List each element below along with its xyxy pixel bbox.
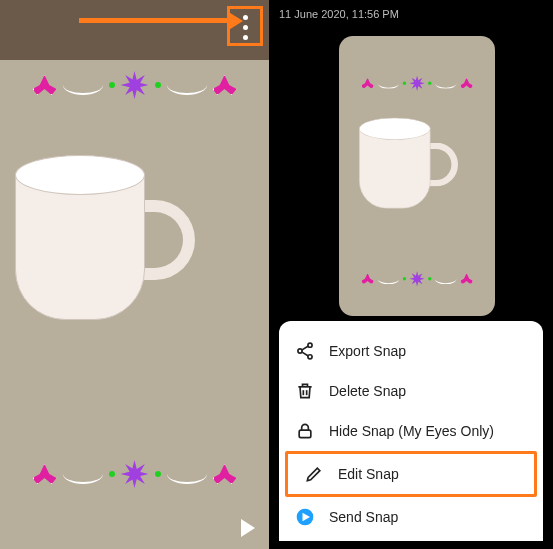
- trash-icon: [295, 381, 315, 401]
- swirl-icon: [63, 464, 103, 484]
- svg-rect-7: [299, 430, 311, 438]
- flower-icon: [121, 460, 149, 488]
- lotus-icon: [213, 75, 237, 95]
- lock-icon: [295, 421, 315, 441]
- menu-item-edit[interactable]: Edit Snap: [285, 451, 537, 497]
- lotus-icon: [33, 464, 57, 484]
- flower-icon: [121, 71, 149, 99]
- menu-item-label: Export Snap: [329, 343, 406, 359]
- menu-item-export[interactable]: Export Snap: [279, 331, 543, 371]
- menu-item-label: Edit Snap: [338, 466, 399, 482]
- decorative-border-bottom: [0, 439, 269, 509]
- snap-preview-screen: [0, 0, 269, 549]
- dot-icon: [109, 471, 115, 477]
- svg-line-4: [302, 352, 309, 356]
- decorative-border-bottom: [339, 260, 495, 299]
- snap-action-menu: Export Snap Delete Snap Hide Snap (: [279, 321, 543, 541]
- annotation-arrow: [79, 18, 229, 23]
- share-icon: [295, 341, 315, 361]
- dot-icon: [109, 82, 115, 88]
- more-vertical-icon: [243, 15, 248, 20]
- menu-item-label: Delete Snap: [329, 383, 406, 399]
- dot-icon: [155, 82, 161, 88]
- send-icon[interactable]: [241, 519, 255, 537]
- more-vertical-icon: [243, 25, 248, 30]
- photo-mug: [15, 170, 155, 330]
- lotus-icon: [33, 75, 57, 95]
- pencil-icon: [304, 464, 324, 484]
- swirl-icon: [167, 464, 207, 484]
- more-options-button[interactable]: [233, 12, 257, 42]
- snap-thumbnail[interactable]: [339, 36, 495, 316]
- decorative-border-top: [339, 64, 495, 103]
- dot-icon: [155, 471, 161, 477]
- swirl-icon: [63, 75, 103, 95]
- snap-timestamp: 11 June 2020, 11:56 PM: [269, 0, 553, 28]
- swirl-icon: [167, 75, 207, 95]
- menu-item-hide[interactable]: Hide Snap (My Eyes Only): [279, 411, 543, 451]
- decorative-border-top: [0, 50, 269, 120]
- send-circle-icon: [295, 507, 315, 527]
- svg-line-3: [302, 346, 309, 350]
- menu-item-delete[interactable]: Delete Snap: [279, 371, 543, 411]
- lotus-icon: [213, 464, 237, 484]
- snap-menu-screen: 11 June 2020, 11:56 PM: [269, 0, 553, 549]
- menu-item-label: Hide Snap (My Eyes Only): [329, 423, 494, 439]
- photo-mug: [359, 126, 436, 214]
- more-vertical-icon: [243, 35, 248, 40]
- menu-item-label: Send Snap: [329, 509, 398, 525]
- menu-item-send[interactable]: Send Snap: [279, 497, 543, 537]
